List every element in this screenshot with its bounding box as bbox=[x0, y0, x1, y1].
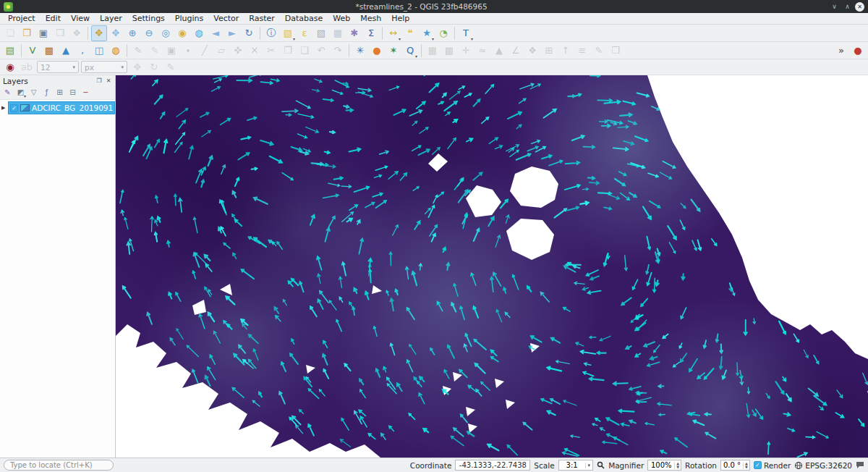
layer-row[interactable]: ✓ADCIRC_BG_20190910_1t bbox=[8, 101, 115, 114]
plugin-error-button[interactable]: ● bbox=[850, 43, 866, 59]
collapse-all-button[interactable]: ⊟ bbox=[67, 87, 79, 98]
open-project-button[interactable]: ❐ bbox=[19, 25, 35, 41]
magnifier-spin-buttons[interactable]: ▲▼ bbox=[674, 462, 681, 469]
expand-all-icon: ⊞ bbox=[56, 89, 62, 96]
menu-database[interactable]: Database bbox=[280, 13, 328, 24]
zoom-full-button[interactable]: ◎ bbox=[158, 25, 174, 41]
menu-settings[interactable]: Settings bbox=[127, 13, 170, 24]
measure-line-button[interactable]: ↔▾ bbox=[386, 25, 401, 41]
add-point-feature-icon: ∙ bbox=[185, 46, 191, 55]
float-panel-button[interactable]: ❐ bbox=[95, 77, 103, 84]
expand-all-button[interactable]: ⊞ bbox=[54, 87, 66, 98]
select-by-expression-button[interactable]: ε bbox=[297, 25, 312, 41]
rotation-spinbox[interactable]: ▲▼ bbox=[720, 460, 750, 471]
rotation-spin-buttons[interactable]: ▲▼ bbox=[743, 462, 749, 469]
open-data-source-manager-button[interactable]: ▤ bbox=[2, 43, 18, 59]
pan-map-button[interactable]: ✥ bbox=[91, 25, 107, 41]
deselect-features-button[interactable]: ▧ bbox=[313, 25, 329, 41]
scale-combo[interactable]: ▾ bbox=[558, 460, 594, 471]
maximize-button[interactable]: ∧ bbox=[842, 1, 853, 12]
filter-legend-button[interactable]: ▽ bbox=[27, 87, 40, 98]
filter-by-expression-button[interactable]: ƒ bbox=[41, 87, 53, 98]
menu-view[interactable]: View bbox=[66, 13, 95, 24]
pan-to-selection-button[interactable]: ✥ bbox=[108, 25, 124, 41]
menu-layer[interactable]: Layer bbox=[95, 13, 127, 24]
qgis-resources-button[interactable]: Q▾ bbox=[402, 43, 418, 59]
manage-map-themes-button[interactable]: ◩▾ bbox=[14, 87, 27, 98]
locator-input[interactable] bbox=[4, 460, 114, 471]
mesh-calculator-button: ▦ bbox=[425, 43, 441, 59]
save-project-button[interactable]: ▣ bbox=[35, 25, 51, 41]
statistical-summary-button[interactable]: Σ bbox=[363, 25, 379, 41]
labeling-options-button: ab bbox=[19, 59, 35, 75]
menu-edit[interactable]: Edit bbox=[41, 13, 66, 24]
save-layer-edits-icon: ▣ bbox=[167, 46, 176, 55]
zoom-next-button[interactable]: ► bbox=[224, 25, 240, 41]
scale-lock-icon[interactable] bbox=[597, 461, 605, 469]
menu-vector[interactable]: Vector bbox=[208, 13, 244, 24]
map-tips-button[interactable]: ❝ bbox=[402, 25, 418, 41]
magnifier-input[interactable] bbox=[648, 461, 674, 470]
minimize-button[interactable]: ∨ bbox=[829, 1, 840, 12]
add-raster-layer-button[interactable]: ▩ bbox=[41, 43, 57, 59]
field-calculator-button[interactable]: ✱ bbox=[346, 25, 362, 41]
osm-place-search-icon: ● bbox=[373, 46, 380, 55]
magnifier-spinbox[interactable]: ▲▼ bbox=[647, 460, 681, 471]
toolbar-separator bbox=[349, 44, 349, 57]
refresh-map-button[interactable]: ↻ bbox=[241, 25, 257, 41]
menu-web[interactable]: Web bbox=[328, 13, 355, 24]
current-edits-button: ✎ bbox=[130, 43, 146, 59]
osm-place-search-button[interactable]: ● bbox=[369, 43, 385, 59]
map-canvas[interactable] bbox=[116, 75, 868, 458]
add-mesh-layer-button[interactable]: ▲ bbox=[58, 43, 74, 59]
menu-raster[interactable]: Raster bbox=[244, 13, 279, 24]
zoom-in-button[interactable]: ⊕ bbox=[124, 25, 140, 41]
titlebar[interactable]: *streamlines_2 - QGIS 23fb486965 ∨ ∧ ✕ bbox=[0, 0, 868, 13]
add-wms-layer-button[interactable]: ◍ bbox=[108, 43, 124, 59]
layer-item[interactable]: ▶✓ADCIRC_BG_20190910_1t bbox=[0, 101, 115, 114]
new-spatial-bookmark-button[interactable]: ★▾ bbox=[419, 25, 435, 41]
render-checkbox[interactable]: ✓ Render bbox=[754, 461, 791, 470]
text-annotation-button[interactable]: T▾ bbox=[458, 25, 474, 41]
layer-visibility-checkbox[interactable]: ✓ bbox=[10, 104, 18, 112]
add-delimited-text-layer-button[interactable]: , bbox=[75, 43, 90, 59]
show-layout-manager-button[interactable]: ❖ bbox=[69, 25, 85, 41]
identify-features-button[interactable]: ⓘ bbox=[263, 25, 279, 41]
layer-expander-icon[interactable]: ▶ bbox=[1, 105, 8, 111]
interpolation-tool-icon: ≈ bbox=[479, 46, 487, 55]
menu-plugins[interactable]: Plugins bbox=[170, 13, 208, 24]
rotation-input[interactable] bbox=[721, 461, 743, 470]
toolbar-overflow-button[interactable]: » bbox=[833, 43, 849, 59]
render-checkbox-box[interactable]: ✓ bbox=[754, 461, 762, 469]
open-attribute-table-button[interactable]: ▦ bbox=[330, 25, 346, 41]
add-postgis-layer-button[interactable]: ◫ bbox=[91, 43, 107, 59]
select-features-button[interactable]: ▧▾ bbox=[280, 25, 296, 41]
processing-toolbox-button[interactable]: ✳ bbox=[352, 43, 368, 59]
zoom-out-button[interactable]: ⊖ bbox=[141, 25, 157, 41]
new-print-layout-button[interactable]: ❒ bbox=[52, 25, 68, 41]
select-features-icon: ▧ bbox=[284, 28, 292, 38]
toggle-editing-icon: ✎ bbox=[151, 46, 159, 55]
menu-help[interactable]: Help bbox=[386, 13, 414, 24]
menu-mesh[interactable]: Mesh bbox=[355, 13, 386, 24]
open-layer-styling-panel-button[interactable]: ✎ bbox=[1, 87, 14, 98]
layer-styling-button[interactable]: ◉ bbox=[2, 59, 18, 75]
plugin-debug-button[interactable]: ✶ bbox=[386, 43, 401, 59]
temporal-controller-button[interactable]: ◔ bbox=[435, 25, 451, 41]
close-button[interactable]: ✕ bbox=[855, 2, 864, 12]
scale-dropdown-icon[interactable]: ▾ bbox=[585, 463, 593, 468]
close-panel-button[interactable]: ✕ bbox=[105, 77, 112, 84]
zoom-to-selection-button[interactable]: ◉ bbox=[174, 25, 190, 41]
menu-project[interactable]: Project bbox=[3, 13, 41, 24]
layers-panel-toolbar: ✎◩▾▽ƒ⊞⊟− bbox=[0, 86, 115, 100]
map-decorations-icon: ❖ bbox=[528, 46, 537, 55]
coordinate-input[interactable] bbox=[455, 460, 530, 471]
crs-status-button[interactable]: EPSG:32620 bbox=[794, 461, 852, 470]
zoom-last-button[interactable]: ◄ bbox=[208, 25, 224, 41]
new-project-button[interactable]: ❏ bbox=[2, 25, 18, 41]
zoom-to-layer-button[interactable]: ◍ bbox=[191, 25, 207, 41]
add-vector-layer-button[interactable]: V bbox=[25, 43, 41, 59]
scale-input[interactable] bbox=[559, 461, 585, 470]
messages-icon[interactable] bbox=[856, 461, 864, 469]
remove-layer-button[interactable]: − bbox=[80, 87, 92, 98]
